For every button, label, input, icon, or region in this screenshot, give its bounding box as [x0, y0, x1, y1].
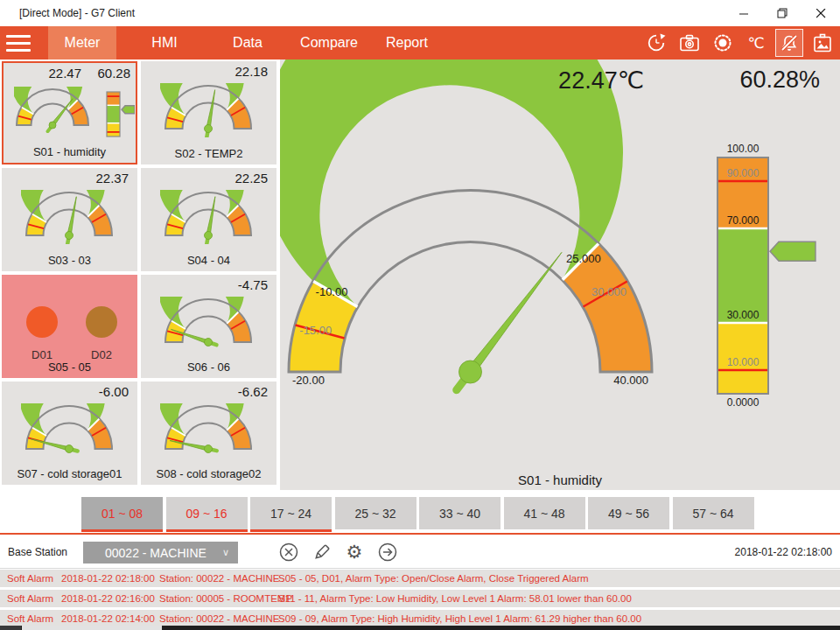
- tile-value: 60.28: [97, 66, 130, 80]
- svg-text:-10.00: -10.00: [316, 285, 348, 298]
- tile-label: S07 - cold storage01: [2, 467, 137, 480]
- mini-gauge: [160, 190, 256, 244]
- large-gauge: -10.00-15.0025.00030.000-20.0040.000100.…: [280, 60, 840, 490]
- tile-value: 22.47: [48, 66, 81, 80]
- svg-text:30.000: 30.000: [727, 309, 760, 321]
- meter-tile-s07[interactable]: -6.00 S07 - cold storage01: [2, 382, 137, 485]
- nav-bar: Meter HMI Data Compare Report: [0, 26, 840, 60]
- meter-tile-s03[interactable]: 22.37 S03 - 03: [2, 168, 137, 271]
- alarm-list: Soft Alarm 2018-01-22 02:18:00 Station: …: [0, 570, 840, 630]
- base-station-label: Base Station: [8, 546, 67, 558]
- nav-tab-compare[interactable]: Compare: [296, 26, 362, 60]
- tile-label: S05 - 05: [2, 360, 137, 374]
- svg-text:70.000: 70.000: [727, 214, 760, 227]
- indicator-label: D01: [26, 348, 58, 361]
- tile-label: S02 - TEMP2: [141, 147, 276, 160]
- svg-text:-15.00: -15.00: [299, 324, 332, 337]
- g7-client-window: [Direct Mode] - G7 Client Meter HMI Data: [0, 0, 840, 630]
- meter-tile-s05[interactable]: D01 D02 S05 - 05: [2, 275, 137, 378]
- camera-icon[interactable]: [676, 29, 704, 57]
- clear-alarms-button[interactable]: [277, 541, 300, 564]
- tile-value: -4.75: [238, 277, 268, 292]
- tile-value: 22.37: [95, 171, 129, 186]
- alarm-row[interactable]: Soft Alarm 2018-01-22 02:14:00 Station: …: [0, 610, 840, 627]
- mini-gauge: [14, 87, 93, 133]
- celsius-unit-icon[interactable]: ℃: [742, 29, 770, 57]
- mini-bar-gauge: [105, 89, 135, 140]
- svg-text:90.000: 90.000: [727, 167, 760, 179]
- meter-tile-s02[interactable]: 22.18 S02 - TEMP2: [141, 61, 276, 164]
- tile-label: S04 - 04: [141, 254, 276, 267]
- edit-icon[interactable]: [311, 541, 333, 564]
- selected-sensor-caption: S01 - humidity: [280, 472, 840, 487]
- svg-text:40.000: 40.000: [613, 374, 648, 387]
- mini-gauge: [21, 403, 117, 458]
- mini-gauge: [21, 190, 117, 244]
- alarm-row[interactable]: Soft Alarm 2018-01-22 02:16:00 Station: …: [0, 590, 840, 607]
- title-bar: [Direct Mode] - G7 Client: [0, 0, 840, 26]
- tab-group-33-40[interactable]: 33 ~ 40: [419, 497, 500, 529]
- nav-tab-meter[interactable]: Meter: [48, 26, 116, 60]
- svg-text:100.00: 100.00: [727, 143, 760, 155]
- sensor-group-tabs: 01 ~ 08 09 ~ 16 17 ~ 24 25 ~ 32 33 ~ 40 …: [0, 497, 840, 536]
- nav-tab-data[interactable]: Data: [222, 26, 273, 60]
- current-temperature-value: 22.47℃: [558, 66, 644, 94]
- mini-gauge: [160, 403, 256, 458]
- tile-value: -6.00: [99, 384, 129, 399]
- tab-group-41-48[interactable]: 41 ~ 48: [504, 497, 585, 529]
- settings-gear-icon[interactable]: ⚙: [343, 541, 366, 564]
- tab-group-09-16[interactable]: 09 ~ 16: [166, 497, 248, 529]
- svg-text:10.000: 10.000: [727, 356, 760, 368]
- mini-gauge: [160, 83, 256, 137]
- tile-label: S03 - 03: [2, 254, 137, 267]
- scrollbar-button[interactable]: [0, 626, 21, 630]
- tile-label: S06 - 06: [141, 360, 276, 374]
- tab-group-01-08[interactable]: 01 ~ 08: [81, 497, 163, 529]
- main-gauge-panel: -10.00-15.0025.00030.000-20.0040.000100.…: [280, 60, 840, 490]
- base-station-bar: Base Station 00022 - MACHINE ∨ ⚙: [0, 535, 840, 569]
- alarm-mute-icon[interactable]: [775, 29, 803, 57]
- close-button[interactable]: [802, 0, 840, 26]
- mini-gauge: [160, 297, 256, 351]
- horizontal-scrollbar[interactable]: [0, 626, 840, 630]
- snapshot-gallery-icon[interactable]: [808, 29, 836, 57]
- current-timestamp: 2018-01-22 02:18:00: [735, 546, 832, 558]
- digital-indicator-d01: [26, 306, 58, 338]
- svg-text:25.000: 25.000: [566, 252, 601, 265]
- tile-value: 22.25: [234, 171, 268, 186]
- meter-tile-s06[interactable]: -4.75 S06 - 06: [141, 275, 276, 378]
- svg-text:-20.00: -20.00: [292, 374, 325, 387]
- hamburger-menu-icon[interactable]: [0, 26, 44, 60]
- meter-tile-s04[interactable]: 22.25 S04 - 04: [141, 168, 276, 271]
- current-humidity-value: 60.28%: [739, 66, 820, 94]
- window-title: [Direct Mode] - G7 Client: [19, 7, 135, 19]
- tile-value: -6.62: [238, 384, 268, 399]
- base-station-dropdown[interactable]: 00022 - MACHINE ∨: [83, 542, 238, 564]
- indicator-label: D02: [86, 348, 117, 361]
- chevron-down-icon: ∨: [222, 547, 229, 558]
- tile-label: S01 - humidity: [4, 145, 136, 158]
- scrollbar-thumb[interactable]: [22, 626, 162, 630]
- nav-tab-report[interactable]: Report: [380, 26, 434, 60]
- tile-value: 22.18: [234, 64, 268, 79]
- alarm-row[interactable]: Soft Alarm 2018-01-22 02:18:00 Station: …: [0, 570, 840, 587]
- go-arrow-icon[interactable]: [376, 541, 399, 564]
- tab-group-25-32[interactable]: 25 ~ 32: [335, 497, 416, 529]
- tab-group-57-64[interactable]: 57 ~ 64: [673, 497, 754, 529]
- tab-group-49-56[interactable]: 49 ~ 56: [588, 497, 669, 529]
- digital-indicator-d02: [86, 306, 117, 338]
- meter-tile-s01[interactable]: 22.47 60.28 S01 - humidity: [2, 61, 137, 164]
- tile-label: S08 - cold storage02: [141, 467, 276, 480]
- svg-text:0.0000: 0.0000: [727, 396, 760, 409]
- svg-text:30.000: 30.000: [592, 285, 626, 298]
- meter-tile-s08[interactable]: -6.62 S08 - cold storage02: [141, 382, 276, 485]
- minimize-button[interactable]: [724, 0, 763, 26]
- tab-group-17-24[interactable]: 17 ~ 24: [250, 497, 332, 529]
- sync-history-icon[interactable]: [642, 29, 670, 57]
- brightness-icon[interactable]: [709, 29, 737, 57]
- restore-button[interactable]: [763, 0, 802, 26]
- nav-tab-hmi[interactable]: HMI: [140, 26, 189, 60]
